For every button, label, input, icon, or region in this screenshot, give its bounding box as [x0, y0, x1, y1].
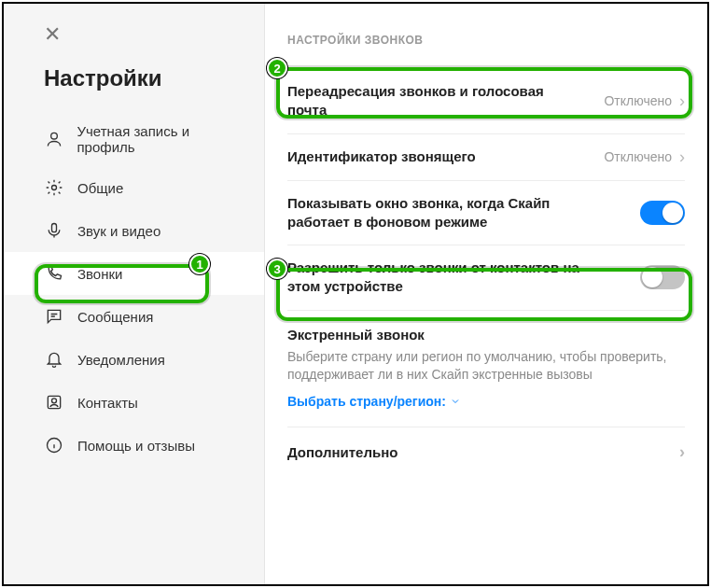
sidebar-item-label: Помощь и отзывы	[77, 438, 195, 454]
settings-sidebar: ✕ Настройки Учетная запись и профиль Общ…	[4, 4, 265, 584]
annotation-badge-1: 1	[189, 254, 210, 274]
row-caller-id[interactable]: Идентификатор звонящего Отключено ›	[287, 134, 685, 181]
svg-point-1	[52, 186, 57, 190]
sidebar-item-label: Контакты	[77, 395, 138, 411]
sidebar-item-label: Уведомления	[77, 352, 165, 368]
sidebar-item-label: Учетная запись и профиль	[77, 123, 247, 155]
select-region-link[interactable]: Выбрать страну/регион:	[287, 394, 461, 409]
svg-rect-2	[52, 224, 57, 232]
row-label: Идентификатор звонящего	[287, 147, 476, 166]
advanced-label: Дополнительно	[287, 444, 397, 460]
row-label: Разрешить только звонки от контактов на …	[287, 259, 586, 297]
gear-icon	[44, 177, 64, 198]
close-icon[interactable]: ✕	[44, 22, 264, 47]
sidebar-item-label: Сообщения	[77, 309, 153, 325]
contacts-icon	[44, 392, 64, 413]
mic-icon	[44, 220, 64, 241]
sidebar-item-general[interactable]: Общие	[4, 166, 264, 209]
sidebar-item-messages[interactable]: Сообщения	[4, 295, 264, 338]
bell-icon	[44, 349, 64, 370]
chat-icon	[44, 306, 64, 327]
sidebar-item-help[interactable]: Помощь и отзывы	[4, 424, 264, 467]
chevron-right-icon: ›	[679, 91, 685, 111]
toggle-show-call-window[interactable]	[640, 201, 685, 225]
info-icon	[44, 435, 64, 455]
status-text: Отключено	[604, 93, 672, 108]
user-icon	[44, 129, 63, 149]
row-show-call-window: Показывать окно звонка, когда Скайп рабо…	[287, 181, 685, 246]
status-text: Отключено	[604, 149, 672, 164]
sidebar-item-audio-video[interactable]: Звук и видео	[4, 209, 264, 252]
sidebar-item-calls[interactable]: Звонки	[4, 252, 264, 295]
sidebar-item-notifications[interactable]: Уведомления	[4, 338, 264, 381]
emergency-title: Экстренный звонок	[287, 326, 586, 344]
link-text: Выбрать страну/регион:	[287, 394, 446, 409]
row-call-forwarding[interactable]: Переадресация звонков и голосовая почта …	[287, 69, 685, 134]
sidebar-item-contacts[interactable]: Контакты	[4, 381, 264, 424]
toggle-contacts-only[interactable]	[640, 265, 685, 289]
sidebar-item-account[interactable]: Учетная запись и профиль	[4, 112, 264, 166]
sidebar-item-label: Звук и видео	[77, 223, 160, 239]
settings-title: Настройки	[44, 65, 264, 91]
annotation-badge-2: 2	[267, 58, 287, 78]
settings-content: НАСТРОЙКИ ЗВОНКОВ Переадресация звонков …	[265, 4, 707, 584]
row-contacts-only: Разрешить только звонки от контактов на …	[287, 245, 685, 311]
section-header: НАСТРОЙКИ ЗВОНКОВ	[287, 34, 685, 47]
sidebar-item-label: Общие	[77, 180, 123, 196]
phone-icon	[44, 263, 64, 284]
sidebar-item-label: Звонки	[77, 266, 122, 282]
row-label: Переадресация звонков и голосовая почта	[287, 82, 586, 120]
row-advanced[interactable]: Дополнительно ›	[287, 427, 685, 477]
emergency-desc: Выберите страну или регион по умолчанию,…	[287, 348, 685, 385]
svg-point-4	[52, 399, 57, 403]
annotation-badge-3: 3	[267, 259, 287, 279]
chevron-right-icon: ›	[679, 442, 685, 462]
row-emergency: Экстренный звонок Выберите страну или ре…	[287, 311, 685, 427]
svg-point-0	[50, 133, 57, 139]
chevron-right-icon: ›	[679, 147, 685, 167]
row-label: Показывать окно звонка, когда Скайп рабо…	[287, 194, 586, 232]
